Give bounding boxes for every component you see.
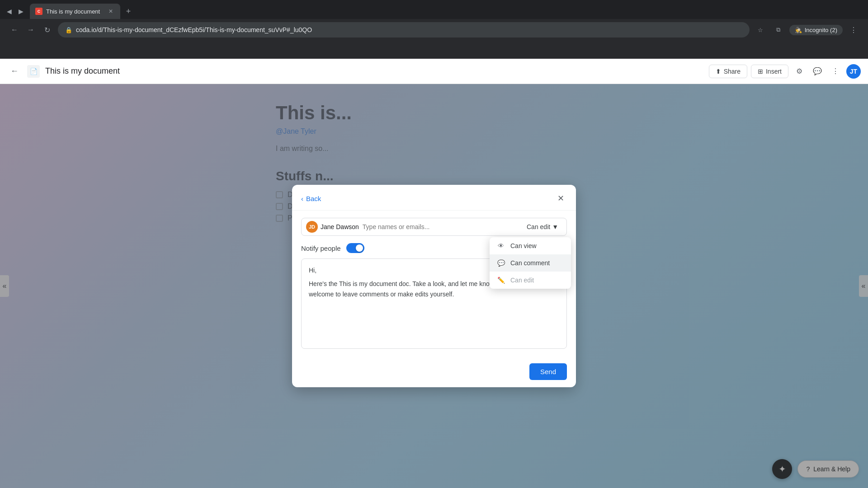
- back-btn[interactable]: ←: [7, 23, 22, 37]
- permission-popup: 👁 Can view 💬 Can comment ✏️ Can edit: [490, 237, 571, 289]
- send-btn[interactable]: Send: [529, 363, 567, 380]
- forward-btn[interactable]: →: [24, 23, 38, 37]
- grid-icon: ⊞: [758, 68, 763, 75]
- incognito-icon: 🕵: [795, 27, 802, 33]
- app-header: ← 📄 This is my document ⬆ Share ⊞ Insert…: [0, 59, 868, 84]
- app-back-btn[interactable]: ←: [7, 64, 22, 79]
- can-edit-label: Can edit: [510, 277, 564, 284]
- permission-label: Can edit: [527, 223, 550, 230]
- share-icon: ⬆: [716, 68, 721, 75]
- doc-icon: 📄: [27, 65, 40, 78]
- toggle-knob: [356, 244, 363, 252]
- invitee-chip: JD Jane Dawson: [306, 221, 359, 233]
- split-view-btn[interactable]: ⧉: [771, 23, 786, 37]
- doc-title: This is my document: [45, 66, 703, 76]
- profile-label: Incognito (2): [805, 27, 837, 33]
- can-comment-option[interactable]: 💬 Can comment: [490, 254, 571, 272]
- address-bar-right: ☆ ⧉ 🕵 Incognito (2) ⋮: [753, 23, 861, 37]
- tab-back-btn[interactable]: ◀: [4, 6, 14, 17]
- page-area: « This is... @Jane Tyler I am writing so…: [0, 84, 868, 488]
- permission-dropdown[interactable]: Can edit ▼: [523, 221, 562, 232]
- modal-overlay[interactable]: ‹ Back ✕ JD Jane D: [0, 84, 868, 488]
- pencil-icon: ✏️: [497, 276, 505, 284]
- menu-btn[interactable]: ⋮: [846, 23, 861, 37]
- tab-title: This is my document: [46, 8, 103, 15]
- modal-close-btn[interactable]: ✕: [554, 192, 567, 205]
- share-btn[interactable]: ⬆ Share: [709, 65, 747, 78]
- can-view-option[interactable]: 👁 Can view: [490, 237, 571, 254]
- active-tab[interactable]: C This is my document ✕: [30, 4, 120, 19]
- tab-close-btn[interactable]: ✕: [107, 7, 115, 15]
- email-input[interactable]: [363, 223, 519, 230]
- invitee-name: Jane Dawson: [321, 223, 359, 230]
- chevron-down-icon: ▼: [552, 223, 558, 230]
- address-bar-row: ← → ↻ 🔒 coda.io/d/This-is-my-document_dC…: [0, 19, 868, 41]
- bookmark-btn[interactable]: ☆: [753, 23, 768, 37]
- can-view-label: Can view: [510, 242, 564, 249]
- nav-buttons: ← → ↻: [7, 23, 54, 37]
- invitee-avatar: JD: [306, 221, 318, 233]
- tab-navigation: ◀ ▶: [4, 6, 26, 17]
- tab-bar: ◀ ▶ C This is my document ✕ +: [0, 0, 868, 19]
- user-avatar: JT: [846, 64, 861, 79]
- modal-footer: Send: [292, 358, 576, 387]
- notify-toggle[interactable]: [346, 243, 364, 253]
- lock-icon: 🔒: [65, 27, 72, 33]
- comment-panel-btn[interactable]: 💬: [810, 64, 825, 79]
- browser-chrome: ◀ ▶ C This is my document ✕ + ← → ↻ 🔒 co…: [0, 0, 868, 59]
- main-content: ← 📄 This is my document ⬆ Share ⊞ Insert…: [0, 59, 868, 488]
- share-input-row: JD Jane Dawson Can edit ▼: [301, 218, 567, 236]
- chevron-left-icon: ‹: [301, 195, 303, 202]
- profile-chip[interactable]: 🕵 Incognito (2): [789, 25, 843, 35]
- more-options-btn[interactable]: ⋮: [828, 64, 843, 79]
- comment-icon: 💬: [497, 259, 505, 267]
- can-edit-option[interactable]: ✏️ Can edit: [490, 272, 571, 289]
- modal-header: ‹ Back ✕: [292, 185, 576, 211]
- url-text: coda.io/d/This-is-my-document_dCEzfwEpb5…: [76, 26, 742, 33]
- tab-favicon: C: [35, 8, 42, 15]
- notify-label: Notify people: [301, 244, 341, 252]
- address-bar[interactable]: 🔒 coda.io/d/This-is-my-document_dCEzfwEp…: [58, 22, 750, 38]
- insert-btn[interactable]: ⊞ Insert: [751, 65, 788, 78]
- share-modal: ‹ Back ✕ JD Jane D: [292, 185, 576, 387]
- app-layout: ← 📄 This is my document ⬆ Share ⊞ Insert…: [0, 59, 868, 488]
- modal-body: JD Jane Dawson Can edit ▼: [292, 211, 576, 358]
- can-comment-label: Can comment: [510, 259, 564, 267]
- settings-btn[interactable]: ⚙: [792, 64, 807, 79]
- tab-forward-btn[interactable]: ▶: [15, 6, 26, 17]
- modal-back-btn[interactable]: ‹ Back: [301, 195, 321, 202]
- reload-btn[interactable]: ↻: [40, 23, 54, 37]
- header-actions: ⬆ Share ⊞ Insert ⚙ 💬 ⋮ JT: [709, 64, 861, 79]
- new-tab-btn[interactable]: +: [122, 5, 135, 18]
- eye-icon: 👁: [497, 242, 505, 250]
